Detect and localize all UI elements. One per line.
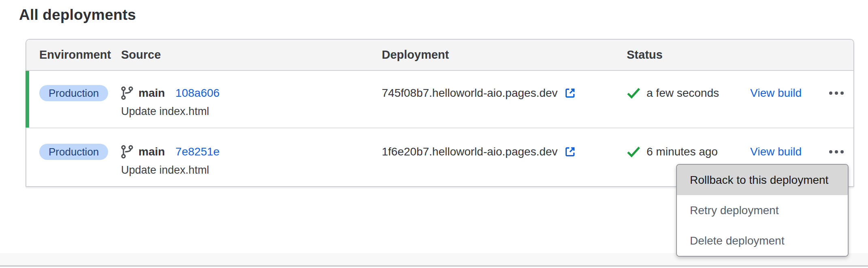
deployment-url: 745f08b7.helloworld-aio.pages.dev — [382, 87, 557, 100]
external-link-icon[interactable] — [564, 145, 577, 158]
table-row: Production main 108a606 Update index.htm… — [26, 71, 853, 128]
ellipsis-menu-icon[interactable] — [827, 146, 846, 157]
commit-message: Update index.html — [121, 163, 382, 177]
status-time: 6 minutes ago — [647, 145, 718, 158]
view-build-link[interactable]: View build — [750, 87, 802, 100]
git-branch-icon — [121, 86, 133, 100]
environment-badge: Production — [39, 85, 108, 101]
menu-item-retry[interactable]: Retry deployment — [677, 195, 848, 225]
column-header-deployment: Deployment — [382, 48, 627, 62]
environment-badge: Production — [39, 144, 108, 160]
page-title: All deployments — [19, 6, 136, 23]
external-link-icon[interactable] — [564, 87, 577, 100]
column-header-source: Source — [121, 48, 382, 62]
table-header-row: Environment Source Deployment Status — [26, 40, 853, 71]
menu-item-delete[interactable]: Delete deployment — [677, 225, 848, 256]
deployment-context-menu: Rollback to this deployment Retry deploy… — [676, 164, 849, 257]
deployment-url: 1f6e20b7.helloworld-aio.pages.dev — [382, 145, 557, 158]
menu-item-rollback[interactable]: Rollback to this deployment — [677, 165, 848, 195]
check-icon — [627, 146, 640, 157]
branch-name: main — [138, 87, 165, 100]
status-time: a few seconds — [647, 87, 719, 100]
view-build-link[interactable]: View build — [750, 145, 802, 158]
column-header-status: Status — [627, 48, 750, 62]
commit-message: Update index.html — [121, 104, 382, 119]
git-branch-icon — [121, 145, 133, 159]
commit-hash-link[interactable]: 108a606 — [175, 87, 219, 100]
commit-hash-link[interactable]: 7e8251e — [175, 145, 219, 158]
check-icon — [627, 87, 640, 99]
branch-name: main — [138, 145, 165, 158]
ellipsis-menu-icon[interactable] — [827, 87, 846, 99]
section-divider-line — [0, 265, 868, 267]
column-header-environment: Environment — [26, 48, 121, 62]
